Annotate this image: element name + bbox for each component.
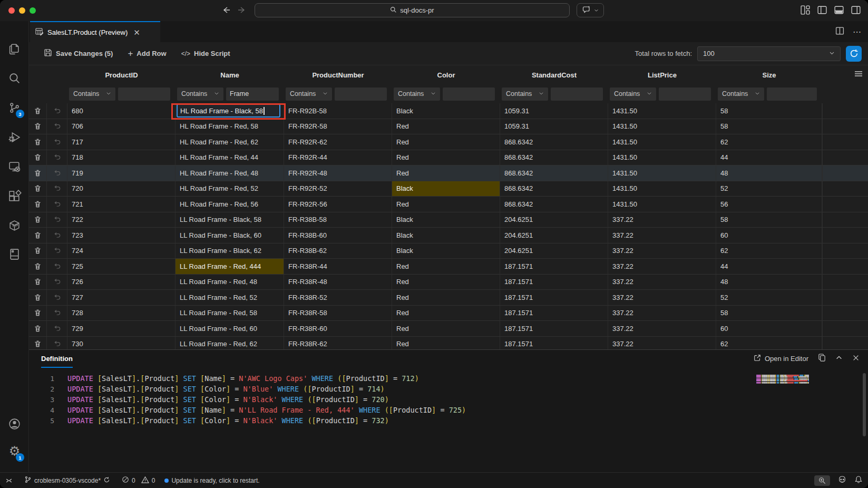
cell-name[interactable]: HL Road Frame - Red, 62	[175, 134, 284, 150]
cell-editor-input[interactable]: HL Road Frame - Black, 58	[177, 104, 280, 118]
cell-price[interactable]: 1431.50	[608, 197, 716, 212]
cell-price[interactable]: 1431.50	[608, 134, 716, 150]
revert-row-button[interactable]	[47, 321, 67, 336]
settings-gear-icon[interactable]: ⚙ 1	[0, 438, 29, 464]
cell-id[interactable]: 723	[67, 228, 175, 243]
cell-price[interactable]: 337.22	[608, 275, 716, 290]
cell-number[interactable]: FR-R38R-48	[284, 275, 392, 290]
filter-operator-name[interactable]: Contains	[177, 87, 223, 101]
cell-color[interactable]: Red	[392, 306, 500, 321]
revert-row-button[interactable]	[47, 306, 67, 321]
accounts-icon[interactable]	[0, 411, 29, 436]
cell-name[interactable]: LL Road Frame - Red, 444	[175, 259, 284, 274]
cell-id[interactable]: 722	[67, 212, 175, 228]
cell-size[interactable]: 44	[716, 259, 822, 274]
filter-operator-number[interactable]: Contains	[286, 87, 332, 101]
cell-number[interactable]: FR-R38B-62	[284, 243, 392, 259]
table-row[interactable]: 726LL Road Frame - Red, 48FR-R38R-48Red1…	[29, 275, 868, 290]
collapse-panel-icon[interactable]	[835, 354, 843, 363]
filter-input-name[interactable]	[226, 87, 279, 101]
maximize-window-button[interactable]	[30, 7, 36, 14]
column-menu-icon[interactable]	[854, 70, 863, 80]
cell-id[interactable]: 725	[67, 259, 175, 274]
cell-price[interactable]: 1431.50	[608, 119, 716, 134]
table-row[interactable]: 730LL Road Frame - Red, 62FR-R38R-62Red1…	[29, 337, 868, 350]
revert-row-button[interactable]	[47, 337, 67, 350]
table-row[interactable]: 729LL Road Frame - Red, 60FR-R38R-60Red1…	[29, 321, 868, 337]
sql-server-icon[interactable]	[0, 241, 29, 267]
cell-number[interactable]: FR-R38R-44	[284, 259, 392, 274]
filter-input-cost[interactable]	[551, 87, 603, 101]
cell-size[interactable]: 58	[716, 103, 822, 119]
cell-size[interactable]: 44	[716, 150, 822, 165]
delete-row-button[interactable]	[29, 134, 47, 150]
table-row[interactable]: 728LL Road Frame - Red, 58FR-R38R-58Red1…	[29, 306, 868, 321]
cell-id[interactable]: 721	[67, 197, 175, 212]
table-row[interactable]: 725LL Road Frame - Red, 444FR-R38R-44Red…	[29, 259, 868, 275]
column-header-cost[interactable]: StandardCost	[500, 65, 608, 84]
cell-price[interactable]: 337.22	[608, 243, 716, 259]
extensions-icon[interactable]	[0, 183, 29, 209]
cell-color[interactable]: Red	[392, 150, 500, 165]
explorer-icon[interactable]	[0, 36, 29, 61]
cell-name[interactable]: LL Road Frame - Red, 58	[175, 306, 284, 321]
split-editor-icon[interactable]	[835, 26, 844, 37]
cell-name[interactable]: LL Road Frame - Red, 48	[175, 275, 284, 290]
column-header-color[interactable]: Color	[392, 65, 500, 84]
cell-cost[interactable]: 187.1571	[500, 337, 608, 350]
delete-row-button[interactable]	[29, 243, 47, 259]
customize-layout-icon[interactable]	[801, 5, 810, 15]
cell-number[interactable]: FR-R92R-58	[284, 119, 392, 134]
cell-number[interactable]: FR-R38R-62	[284, 337, 392, 350]
filter-input-color[interactable]	[443, 87, 495, 101]
cell-id[interactable]: 726	[67, 275, 175, 290]
zoom-indicator[interactable]	[814, 475, 830, 486]
cell-number[interactable]: FR-R92B-58	[284, 103, 392, 119]
cell-number[interactable]: FR-R92R-56	[284, 197, 392, 212]
delete-row-button[interactable]	[29, 197, 47, 212]
cell-price[interactable]: 1431.50	[608, 103, 716, 119]
cell-name[interactable]: LL Road Frame - Red, 52	[175, 290, 284, 305]
cell-number[interactable]: FR-R92R-48	[284, 165, 392, 181]
save-changes-button[interactable]: Save Changes (5)	[44, 48, 113, 58]
cell-id[interactable]: 724	[67, 243, 175, 259]
cell-number[interactable]: FR-R38R-60	[284, 321, 392, 336]
delete-row-button[interactable]	[29, 259, 47, 274]
revert-row-button[interactable]	[47, 259, 67, 274]
cell-name[interactable]: HL Road Frame - Red, 58	[175, 119, 284, 134]
cell-name[interactable]: LL Road Frame - Red, 60	[175, 321, 284, 336]
cell-name[interactable]: LL Road Frame - Black, 62	[175, 243, 284, 259]
cell-id[interactable]: 718	[67, 150, 175, 165]
cell-color[interactable]: Black	[392, 243, 500, 259]
cell-cost[interactable]: 187.1571	[500, 306, 608, 321]
command-center-search[interactable]: sql-docs-pr	[255, 3, 570, 17]
filter-operator-price[interactable]: Contains	[610, 87, 656, 101]
cell-cost[interactable]: 187.1571	[500, 290, 608, 305]
copilot-menu-button[interactable]	[577, 3, 604, 17]
table-row[interactable]: 718HL Road Frame - Red, 44FR-R92R-44Red8…	[29, 150, 868, 166]
cell-id[interactable]: 720	[67, 181, 175, 197]
cell-number[interactable]: FR-R38R-52	[284, 290, 392, 305]
cell-name[interactable]: LL Road Frame - Black, 58	[175, 212, 284, 228]
minimize-window-button[interactable]	[19, 7, 25, 14]
cell-size[interactable]: 52	[716, 290, 822, 305]
cell-cost[interactable]: 868.6342	[500, 165, 608, 181]
run-and-debug-icon[interactable]	[0, 124, 29, 150]
cell-size[interactable]: 58	[716, 119, 822, 134]
cell-number[interactable]: FR-R92R-44	[284, 150, 392, 165]
cell-size[interactable]: 60	[716, 228, 822, 243]
cell-id[interactable]: 717	[67, 134, 175, 150]
cell-size[interactable]: 48	[716, 165, 822, 181]
forward-arrow-icon[interactable]	[236, 4, 248, 16]
cell-id[interactable]: 728	[67, 306, 175, 321]
filter-input-number[interactable]	[335, 87, 387, 101]
tab-close-icon[interactable]: ✕	[133, 28, 140, 36]
delete-row-button[interactable]	[29, 228, 47, 243]
revert-row-button[interactable]	[47, 228, 67, 243]
revert-row-button[interactable]	[47, 103, 67, 119]
cell-cost[interactable]: 204.6251	[500, 212, 608, 228]
table-row[interactable]: 719HL Road Frame - Red, 48FR-R92R-48Red8…	[29, 165, 868, 181]
cell-price[interactable]: 337.22	[608, 290, 716, 305]
table-row[interactable]: 723LL Road Frame - Black, 60FR-R38B-60Bl…	[29, 228, 868, 243]
cell-cost[interactable]: 204.6251	[500, 243, 608, 259]
